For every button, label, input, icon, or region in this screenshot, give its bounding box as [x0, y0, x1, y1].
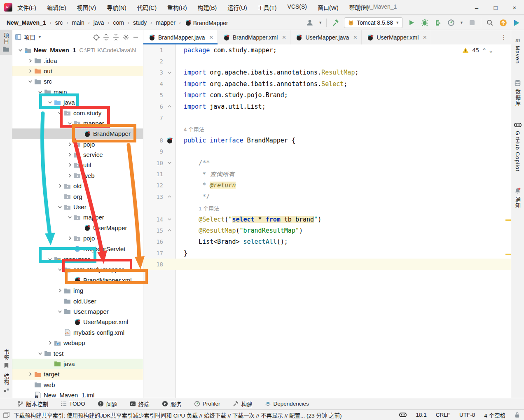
breadcrumb-item[interactable]: src [54, 19, 64, 26]
prev-problem-icon[interactable]: ⌃ [482, 47, 486, 54]
menu-item[interactable]: 文件(F) [17, 3, 36, 12]
tree-item-pojo[interactable]: pojo [12, 233, 143, 243]
tool-window-button-数据库[interactable]: 数据库 [514, 77, 522, 109]
tree-item-UserMapper.xml[interactable]: UserMapper.xml [12, 317, 143, 327]
breadcrumb-item[interactable]: New_Maven_1 [6, 19, 47, 26]
tree-item-User.mapper[interactable]: User.mapper [12, 306, 143, 317]
breadcrumb-item[interactable]: study [132, 19, 147, 26]
tool-window-button-服务[interactable]: 服务 [162, 400, 182, 408]
unlock-icon[interactable] [515, 412, 520, 418]
tree-item-webapp[interactable]: webapp [12, 338, 143, 348]
chevron-down-icon[interactable] [66, 119, 73, 127]
tree-item-New_Maven_1.iml[interactable]: IJNew_Maven_1.iml [12, 390, 143, 398]
update-icon[interactable] [498, 18, 508, 27]
chevron-right-icon[interactable] [56, 287, 63, 294]
menu-item[interactable]: 编辑(E) [47, 3, 66, 12]
fold-marker-icon[interactable] [163, 194, 176, 199]
expand-all-icon[interactable] [101, 32, 111, 42]
tree-item-java[interactable]: java [12, 97, 143, 107]
editor-tab-BrandMapper.java[interactable]: BrandMapper.java✕ [143, 30, 218, 44]
tree-item-util[interactable]: util [12, 160, 143, 170]
chevron-down-icon[interactable] [26, 78, 34, 85]
menu-item[interactable]: 运行(U) [227, 3, 247, 12]
gear-icon[interactable] [121, 32, 131, 42]
collapse-all-icon[interactable] [111, 32, 121, 42]
warning-stripe-mark[interactable] [505, 219, 511, 221]
breadcrumb-item[interactable]: java [93, 19, 105, 26]
status-message[interactable]: 下载预构建共享索引: 使用预构建的JDK共享索引减少索引时间和 CPU 负载 /… [14, 411, 342, 419]
tree-item-web[interactable]: web [12, 380, 143, 390]
tool-window-button-终端[interactable]: 终端 [130, 400, 150, 408]
chevron-down-icon[interactable] [46, 256, 54, 263]
menu-item[interactable]: 工具(T) [258, 3, 277, 12]
editor-tab-UserMapper.java[interactable]: UserMapper.java✕ [290, 30, 362, 44]
menu-item[interactable]: 窗口(W) [318, 3, 339, 12]
user-icon[interactable] [305, 18, 314, 27]
tool-window-button-通知[interactable]: 通知 [514, 185, 522, 211]
tool-window-button-Profiler[interactable]: Profiler [194, 401, 220, 407]
copilot-icon[interactable] [399, 412, 407, 418]
tree-item-com.study[interactable]: com.study [12, 107, 143, 118]
tree-item-resources[interactable]: resources [12, 254, 143, 264]
coverage-icon[interactable] [433, 18, 442, 27]
tree-item-pojo[interactable]: pojo [12, 139, 143, 149]
tree-item-mapper[interactable]: mapper [12, 118, 143, 128]
chevron-down-icon[interactable] [46, 99, 54, 106]
window-layout-icon[interactable] [3, 412, 9, 418]
status-widget-CRLF[interactable]: CRLF [436, 412, 450, 418]
tree-item-service[interactable]: service [12, 149, 143, 160]
next-problem-icon[interactable]: ⌄ [489, 47, 493, 54]
tree-item-BrandMapper[interactable]: BrandMapper [12, 128, 143, 139]
tool-window-button-项目[interactable]: 项目 [0, 30, 12, 55]
chevron-down-icon[interactable] [66, 214, 73, 221]
chevron-right-icon[interactable] [56, 182, 63, 190]
chevron-right-icon[interactable] [26, 67, 34, 75]
tree-item-test[interactable]: test [12, 348, 143, 358]
breadcrumb-item[interactable]: com [112, 19, 124, 26]
chevron-right-icon[interactable] [46, 339, 54, 347]
tree-item-mapper[interactable]: mapper [12, 212, 143, 222]
inspection-widget[interactable]: 45 ⌃ ⌄ [462, 47, 493, 54]
tool-window-button-版本控制[interactable]: 版本控制 [17, 400, 48, 408]
menu-item[interactable]: 构建(B) [198, 3, 217, 12]
editor-tab-UserMapper.xml[interactable]: UserMapper.xml✕ [362, 30, 431, 44]
search-icon[interactable] [485, 18, 494, 27]
tree-item-org[interactable]: org [12, 191, 143, 201]
tool-window-button-问题[interactable]: 问题 [98, 400, 117, 408]
menu-item[interactable]: 视图(V) [77, 3, 96, 12]
tree-item-.idea[interactable]: .idea [12, 55, 143, 65]
tree-item-User[interactable]: User [12, 202, 143, 212]
locate-icon[interactable] [91, 32, 101, 42]
chevron-down-icon[interactable] [36, 88, 44, 96]
minimize-button[interactable]: – [467, 0, 486, 15]
fold-marker-icon[interactable] [163, 161, 176, 165]
tree-item-main[interactable]: main [12, 87, 143, 97]
menu-item[interactable]: VCS(S) [288, 3, 307, 12]
tree-item-java[interactable]: java [12, 359, 143, 369]
tree-item-out[interactable]: out [12, 66, 143, 76]
close-icon[interactable]: ✕ [282, 35, 286, 40]
gradient-play-icon[interactable] [512, 18, 521, 27]
breadcrumb-item[interactable]: mapper [155, 19, 176, 26]
chevron-down-icon[interactable] [56, 266, 63, 273]
tree-item-old.User[interactable]: old.User [12, 296, 143, 306]
tree-item-BrandMapper.xml[interactable]: BrandMapper.xml [12, 275, 143, 285]
close-icon[interactable]: ✕ [209, 35, 213, 40]
close-icon[interactable]: ✕ [423, 35, 427, 40]
tool-window-button-Dependencies[interactable]: Dependencies [265, 401, 309, 407]
close-button[interactable]: × [505, 0, 524, 15]
tree-item-com.study.mapper[interactable]: com.study.mapper [12, 264, 143, 275]
tree-item-UserMapper[interactable]: UserMapper [12, 223, 143, 233]
run-icon[interactable] [407, 18, 416, 27]
fold-marker-icon[interactable] [163, 217, 176, 222]
user-dropdown-caret[interactable]: ▼ [318, 21, 322, 25]
status-widget-18:1[interactable]: 18:1 [416, 412, 426, 418]
fold-marker-icon[interactable] [163, 70, 176, 75]
tool-window-button-Maven[interactable]: mMaven [514, 34, 522, 66]
tree-item-RegisterServlet[interactable]: CRegisterServlet [12, 243, 143, 254]
breadcrumb-item[interactable]: BrandMapper [184, 19, 229, 26]
debug-icon[interactable] [420, 18, 429, 27]
chevron-right-icon[interactable] [66, 151, 73, 159]
status-widget-4 个空格[interactable]: 4 个空格 [484, 411, 505, 419]
fold-marker-icon[interactable] [163, 104, 176, 109]
